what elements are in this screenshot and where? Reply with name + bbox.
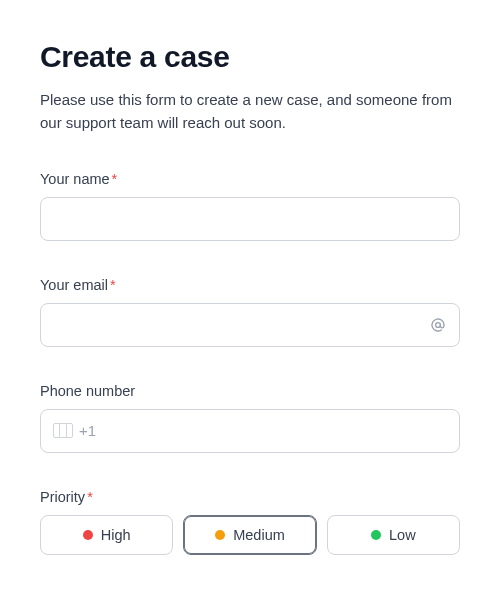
dial-code: +1 — [79, 422, 96, 439]
priority-options: High Medium Low — [40, 515, 460, 555]
email-input[interactable] — [53, 316, 429, 333]
name-label-text: Your name — [40, 171, 110, 187]
page-title: Create a case — [40, 40, 460, 74]
page-subtitle: Please use this form to create a new cas… — [40, 88, 460, 135]
name-input[interactable] — [53, 210, 447, 227]
email-input-wrapper[interactable] — [40, 303, 460, 347]
required-mark: * — [87, 489, 93, 505]
priority-label: Priority* — [40, 489, 460, 505]
priority-option-low[interactable]: Low — [327, 515, 460, 555]
field-phone: Phone number +1 — [40, 383, 460, 453]
email-label: Your email* — [40, 277, 460, 293]
phone-label: Phone number — [40, 383, 460, 399]
field-priority: Priority* High Medium Low — [40, 489, 460, 555]
required-mark: * — [112, 171, 118, 187]
priority-dot-medium-icon — [215, 530, 225, 540]
phone-input-wrapper[interactable]: +1 — [40, 409, 460, 453]
field-email: Your email* — [40, 277, 460, 347]
priority-option-high-label: High — [101, 527, 131, 543]
priority-option-high[interactable]: High — [40, 515, 173, 555]
name-label: Your name* — [40, 171, 460, 187]
field-name: Your name* — [40, 171, 460, 241]
flag-icon — [53, 423, 73, 438]
svg-point-0 — [436, 322, 441, 327]
priority-dot-low-icon — [371, 530, 381, 540]
email-label-text: Your email — [40, 277, 108, 293]
priority-option-medium-label: Medium — [233, 527, 285, 543]
priority-option-low-label: Low — [389, 527, 416, 543]
required-mark: * — [110, 277, 116, 293]
priority-label-text: Priority — [40, 489, 85, 505]
phone-prefix[interactable]: +1 — [53, 422, 96, 439]
priority-dot-high-icon — [83, 530, 93, 540]
name-input-wrapper[interactable] — [40, 197, 460, 241]
at-icon — [429, 316, 447, 334]
phone-label-text: Phone number — [40, 383, 135, 399]
priority-option-medium[interactable]: Medium — [183, 515, 316, 555]
phone-input[interactable] — [104, 422, 447, 439]
